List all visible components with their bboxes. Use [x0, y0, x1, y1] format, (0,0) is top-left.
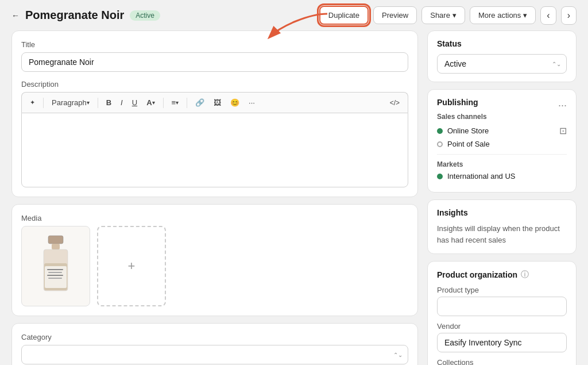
paragraph-label: Paragraph — [52, 98, 87, 107]
toolbar-divider-3 — [163, 98, 164, 108]
toolbar-align-button[interactable]: ≡ ▾ — [168, 96, 183, 109]
publishing-title: Publishing — [437, 98, 478, 107]
info-icon[interactable]: ⓘ — [521, 270, 529, 280]
more-actions-label: More actions — [478, 11, 521, 20]
svg-rect-8 — [47, 275, 63, 276]
right-panel: Status Active Draft Publishing ··· Sales… — [427, 30, 577, 365]
nav-prev-button[interactable]: ‹ — [540, 6, 556, 25]
toolbar-source-button[interactable]: </> — [386, 97, 403, 109]
product-type-label: Product type — [437, 286, 567, 294]
product-org-card: Product organization ⓘ Product type Vend… — [427, 261, 577, 365]
share-button[interactable]: Share ▾ — [421, 6, 465, 24]
status-select[interactable]: Active Draft — [437, 54, 567, 74]
plus-icon: + — [128, 259, 136, 274]
media-card: Media — [11, 204, 418, 316]
main-content: Title Description ✦ Paragraph ▾ — [0, 30, 588, 365]
description-editor[interactable] — [21, 113, 408, 187]
media-grid: + — [21, 226, 408, 306]
toolbar-divider-4 — [187, 98, 187, 108]
product-org-title: Product organization — [437, 270, 517, 279]
category-card: Category Determines tax rates and adds m… — [11, 323, 418, 365]
publishing-header: Publishing ··· — [437, 98, 567, 113]
toolbar-divider-2 — [98, 98, 98, 108]
markets-label: Markets — [437, 160, 567, 168]
status-select-wrapper: Active Draft — [437, 54, 567, 74]
collections-label: Collections — [437, 358, 567, 365]
active-dot-icon — [437, 128, 443, 134]
chevron-down-icon: ▾ — [176, 99, 179, 106]
channel-icon-online[interactable]: ⊡ — [559, 125, 567, 136]
sales-channels-label: Sales channels — [437, 113, 567, 121]
toolbar-bold-button[interactable]: B — [103, 96, 115, 109]
toolbar-underline-button[interactable]: U — [129, 96, 141, 109]
svg-rect-7 — [48, 272, 62, 273]
category-select-wrapper — [21, 345, 408, 364]
duplicate-button[interactable]: Duplicate — [319, 6, 369, 25]
svg-rect-1 — [48, 236, 63, 244]
vendor-input[interactable] — [437, 333, 567, 352]
toolbar-more-button[interactable]: ··· — [245, 96, 258, 109]
insights-title: Insights — [437, 208, 567, 217]
title-card: Title Description ✦ Paragraph ▾ — [11, 30, 418, 197]
product-org-header: Product organization ⓘ — [437, 270, 567, 280]
status-card: Status Active Draft — [427, 30, 577, 82]
publishing-card: Publishing ··· Sales channels Online Sto… — [427, 89, 577, 193]
svg-rect-6 — [47, 269, 63, 270]
toolbar-divider-1 — [43, 98, 44, 108]
market-name: International and US — [447, 172, 516, 180]
chevron-down-icon: ▾ — [152, 99, 155, 106]
top-bar-left: ← Pomegranate Noir Active — [11, 9, 160, 22]
divider — [437, 154, 567, 155]
vendor-label: Vendor — [437, 322, 567, 331]
insights-text: Insights will display when the product h… — [437, 223, 567, 245]
description-toolbar: ✦ Paragraph ▾ B I — [21, 92, 408, 113]
market-active-dot-icon — [437, 174, 443, 179]
description-label: Description — [21, 80, 408, 89]
left-panel: Title Description ✦ Paragraph ▾ — [11, 30, 418, 365]
page-title: Pomegranate Noir — [25, 9, 124, 22]
back-button[interactable]: ← — [11, 11, 20, 20]
chevron-down-icon: ▾ — [452, 11, 457, 20]
media-label: Media — [21, 214, 408, 222]
svg-rect-9 — [48, 278, 62, 279]
top-bar: ← Pomegranate Noir Active Duplicate Prev… — [0, 0, 588, 30]
channel-pos: Point of Sale — [437, 140, 567, 148]
preview-button[interactable]: Preview — [373, 6, 417, 24]
chevron-down-icon: ▾ — [87, 99, 90, 106]
product-type-input[interactable] — [437, 297, 567, 316]
category-select[interactable] — [21, 345, 408, 364]
back-arrow-icon: ← — [11, 11, 20, 20]
chevron-down-icon: ▾ — [523, 11, 527, 20]
channel-online-store: Online Store ⊡ — [437, 125, 567, 136]
share-label: Share — [430, 11, 450, 20]
category-label: Category — [21, 333, 408, 341]
status-badge: Active — [130, 10, 160, 21]
toolbar-link-button[interactable]: 🔗 — [192, 96, 208, 109]
insights-card: Insights Insights will display when the … — [427, 199, 577, 254]
toolbar-paragraph-dropdown[interactable]: Paragraph ▾ — [48, 96, 93, 109]
media-add-button[interactable]: + — [97, 226, 166, 306]
more-actions-button[interactable]: More actions ▾ — [470, 6, 536, 24]
toolbar-color-button[interactable]: A ▾ — [143, 96, 158, 109]
channel-name-online: Online Store — [447, 126, 489, 135]
top-bar-actions: Duplicate Preview Share ▾ More actions ▾… — [319, 6, 577, 25]
inactive-dot-icon — [437, 141, 443, 147]
toolbar-image-button[interactable]: 🖼 — [210, 96, 225, 109]
market-intl-us: International and US — [437, 172, 567, 180]
nav-next-button[interactable]: › — [561, 6, 577, 25]
toolbar-italic-button[interactable]: I — [117, 96, 126, 109]
toolbar-emoji-button[interactable]: 😊 — [227, 96, 243, 109]
title-input[interactable] — [21, 52, 408, 72]
product-type-group: Product type — [437, 286, 567, 316]
title-label: Title — [21, 40, 408, 49]
publishing-more-button[interactable]: ··· — [558, 99, 567, 112]
collections-group: Collections — [437, 358, 567, 365]
channel-name-pos: Point of Sale — [447, 140, 490, 148]
svg-rect-2 — [52, 244, 60, 249]
toolbar-format-icon[interactable]: ✦ — [26, 97, 38, 109]
vendor-group: Vendor — [437, 322, 567, 352]
media-thumbnail[interactable] — [21, 226, 90, 306]
status-card-title: Status — [437, 39, 567, 48]
